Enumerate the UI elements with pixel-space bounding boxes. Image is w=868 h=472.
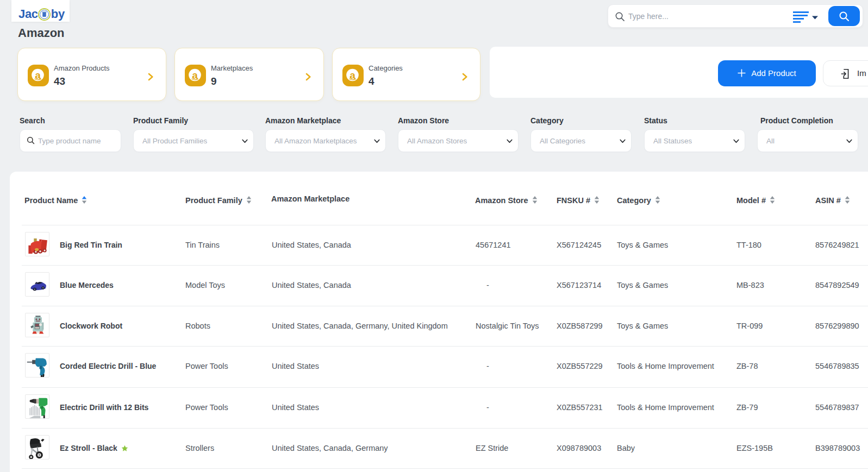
svg-text:a: a <box>35 70 41 81</box>
svg-text:a: a <box>192 70 198 81</box>
svg-text:a: a <box>349 70 355 81</box>
